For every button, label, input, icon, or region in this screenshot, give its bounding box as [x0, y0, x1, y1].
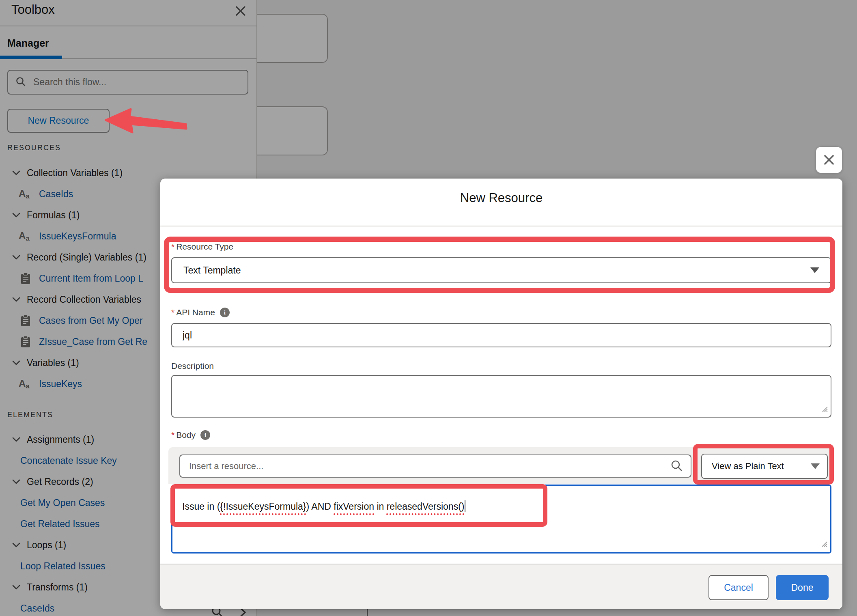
insert-resource-combobox[interactable] — [179, 454, 691, 478]
resource-type-label: *Resource Type — [171, 242, 233, 252]
required-marker: * — [171, 308, 174, 317]
description-label: Description — [171, 361, 214, 371]
done-button[interactable]: Done — [776, 575, 829, 600]
chevron-down-icon — [810, 267, 819, 273]
info-icon[interactable]: i — [220, 308, 230, 317]
divider — [160, 226, 842, 226]
resource-type-select[interactable]: Text Template — [171, 257, 831, 283]
chevron-down-icon — [811, 463, 820, 469]
modal-footer: Cancel Done — [160, 564, 842, 609]
body-textarea[interactable]: Issue in ({!IssueKeysFormula}) AND fixVe… — [171, 485, 831, 554]
body-label: *Body i — [171, 430, 210, 440]
new-resource-modal: New Resource *Resource Type Text Templat… — [160, 179, 842, 609]
description-textarea[interactable] — [171, 375, 831, 418]
search-icon — [670, 459, 683, 473]
resize-handle[interactable] — [820, 539, 828, 550]
api-name-input[interactable] — [171, 323, 831, 347]
required-marker: * — [171, 242, 174, 251]
misspelled-token: {!IssueKeysFormula} — [220, 501, 306, 512]
required-marker: * — [171, 430, 174, 439]
info-icon[interactable]: i — [200, 430, 210, 440]
body-text: Issue in ({!IssueKeysFormula}) AND fixVe… — [182, 501, 464, 512]
modal-close-button[interactable] — [816, 147, 842, 173]
api-name-label: *API Name i — [171, 308, 230, 317]
misspelled-token: releasedVersions() — [387, 501, 465, 512]
modal-title: New Resource — [160, 191, 842, 205]
insert-resource-input[interactable] — [188, 461, 665, 472]
text-cursor — [465, 500, 465, 512]
close-icon — [823, 153, 835, 166]
body-editor-toolbar: View as Plain Text — [168, 447, 833, 484]
view-mode-value: View as Plain Text — [712, 461, 784, 472]
resize-handle[interactable] — [820, 405, 828, 414]
misspelled-token: fixVersion — [334, 501, 374, 512]
resource-type-value: Text Template — [183, 265, 241, 276]
flow-builder-screen: Toolbox Manager New Resource RESOURCES C… — [0, 0, 857, 616]
cancel-button[interactable]: Cancel — [708, 575, 769, 600]
view-mode-select[interactable]: View as Plain Text — [701, 454, 828, 479]
